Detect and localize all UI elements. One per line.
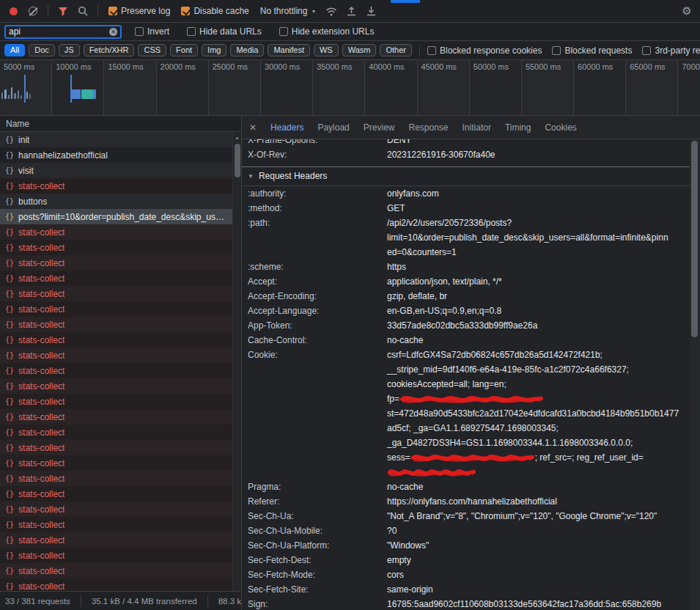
clear-button[interactable] <box>24 2 42 20</box>
type-filter-chip[interactable]: Manifest <box>268 44 310 56</box>
request-row[interactable]: {} visit <box>0 163 232 178</box>
name-column-header[interactable]: Name <box>0 116 241 132</box>
request-row[interactable]: {} init <box>0 132 232 147</box>
type-filter-chip[interactable]: Doc <box>29 44 55 56</box>
header-name: Cache-Control: <box>248 333 387 348</box>
overview-bar <box>8 95 10 99</box>
preserve-log-checkbox[interactable]: Preserve log <box>108 6 170 16</box>
request-row[interactable]: {} buttons <box>0 194 232 209</box>
scroll-up-icon[interactable]: ▲ <box>233 132 241 140</box>
request-row[interactable]: {} stats-collect <box>0 425 232 440</box>
hide-data-urls-label: Hide data URLs <box>199 26 262 37</box>
header-value: ?0 <box>387 523 690 538</box>
type-filter-chip[interactable]: Img <box>202 44 226 56</box>
import-har-icon[interactable] <box>342 2 360 20</box>
request-row[interactable]: {} stats-collect <box>0 578 232 591</box>
detail-tab[interactable]: Payload <box>317 122 349 133</box>
request-row[interactable]: {} stats-collect <box>0 348 232 363</box>
request-row[interactable]: {} stats-collect <box>0 394 232 409</box>
script-icon: {} <box>5 536 14 544</box>
script-icon: {} <box>5 582 14 590</box>
type-filter-chip[interactable]: JS <box>59 44 80 56</box>
request-name: stats-collect <box>18 535 65 545</box>
filter-option-checkbox[interactable]: Blocked response cookies <box>427 45 542 56</box>
timeline-label: 25000 ms <box>213 62 248 71</box>
type-filter-chips: AllDocJSFetch/XHRCSSFontImgMediaManifest… <box>4 44 412 56</box>
close-icon[interactable]: ✕ <box>249 122 257 133</box>
filter-icon[interactable] <box>54 2 72 20</box>
hide-data-urls-checkbox[interactable]: Hide data URLs <box>187 26 262 37</box>
request-row[interactable]: {} stats-collect <box>0 363 232 378</box>
script-icon: {} <box>5 228 14 236</box>
throttling-dropdown[interactable]: No throttling ▼ <box>260 6 317 16</box>
request-row[interactable]: {} stats-collect <box>0 224 232 240</box>
request-row[interactable]: {} stats-collect <box>0 255 232 271</box>
scrollbar-thumb[interactable] <box>235 144 240 177</box>
request-headers-section[interactable]: ▼ Request Headers <box>242 167 690 186</box>
network-filter-box[interactable]: ✕ <box>4 25 122 39</box>
request-name: init <box>18 135 29 145</box>
request-row[interactable]: {} stats-collect <box>0 378 232 394</box>
request-row[interactable]: {} stats-collect <box>0 440 232 455</box>
script-icon: {} <box>5 136 14 144</box>
detail-tab[interactable]: Cookies <box>545 122 576 133</box>
type-filter-chip[interactable]: All <box>4 44 25 56</box>
request-row[interactable]: {} stats-collect <box>0 517 232 532</box>
type-filter-chip[interactable]: CSS <box>138 44 166 56</box>
type-filter-chip[interactable]: Font <box>170 44 198 56</box>
detail-scrollbar[interactable] <box>690 139 700 610</box>
detail-tab[interactable]: Initiator <box>463 122 491 133</box>
request-row[interactable]: {} stats-collect <box>0 240 232 255</box>
type-filter-chip[interactable]: WS <box>314 44 339 56</box>
timeline-label: 35000 ms <box>317 62 352 71</box>
request-row[interactable]: {} stats-collect <box>0 409 232 425</box>
type-filter-chip[interactable]: Fetch/XHR <box>84 44 135 56</box>
request-row[interactable]: {} stats-collect <box>0 532 232 548</box>
request-name: stats-collect <box>18 489 65 499</box>
network-conditions-icon[interactable] <box>323 2 340 20</box>
request-row[interactable]: {} stats-collect <box>0 486 232 501</box>
clear-filter-icon[interactable]: ✕ <box>109 28 117 36</box>
record-button[interactable] <box>4 2 22 20</box>
type-filter-chip[interactable]: Media <box>230 44 264 56</box>
disable-cache-label: Disable cache <box>194 6 248 16</box>
type-filter-chip[interactable]: Other <box>380 44 412 56</box>
search-icon[interactable] <box>74 2 92 20</box>
detail-tab[interactable]: Response <box>408 122 448 133</box>
script-icon: {} <box>5 567 14 575</box>
timeline-overview[interactable]: 5000 ms10000 ms15000 ms20000 ms25000 ms3… <box>0 60 700 116</box>
filter-option-checkbox[interactable]: 3rd-party requests <box>642 45 700 56</box>
network-toolbar: Preserve log Disable cache No throttling… <box>0 0 700 23</box>
request-row[interactable]: {} stats-collect <box>0 471 232 486</box>
header-row: Pragma: no-cache <box>242 479 690 494</box>
request-row[interactable]: {} stats-collect <box>0 563 232 578</box>
disable-cache-checkbox[interactable]: Disable cache <box>181 6 248 16</box>
request-row[interactable]: {} stats-collect <box>0 317 232 332</box>
hide-extension-urls-checkbox[interactable]: Hide extension URLs <box>279 26 375 37</box>
detail-tab[interactable]: Headers <box>270 122 303 133</box>
request-row[interactable]: {} posts?limit=10&order=publish_date_des… <box>0 209 232 224</box>
invert-checkbox[interactable]: Invert <box>135 26 169 37</box>
request-row[interactable]: {} stats-collect <box>0 271 232 286</box>
checkbox-checked-icon <box>108 7 117 15</box>
settings-gear-icon[interactable]: ⚙ <box>678 2 696 20</box>
request-row[interactable]: {} stats-collect <box>0 332 232 348</box>
timeline-label: 65000 ms <box>630 62 665 71</box>
request-row[interactable]: {} stats-collect <box>0 501 232 517</box>
type-filter-chip[interactable]: Wasm <box>342 44 377 56</box>
request-row[interactable]: {} stats-collect <box>0 286 232 301</box>
network-filter-input[interactable] <box>9 26 106 37</box>
request-name: stats-collect <box>18 551 65 561</box>
request-row[interactable]: {} stats-collect <box>0 548 232 563</box>
request-row[interactable]: {} stats-collect <box>0 301 232 317</box>
export-har-icon[interactable] <box>362 2 380 20</box>
detail-tab[interactable]: Preview <box>364 122 395 133</box>
detail-tab[interactable]: Timing <box>505 122 531 133</box>
request-row[interactable]: {} stats-collect <box>0 178 232 194</box>
request-row[interactable]: {} hannahelizabethofficial <box>0 147 232 163</box>
request-list-scrollbar[interactable]: ▲ <box>232 132 241 591</box>
filter-option-checkbox[interactable]: Blocked requests <box>552 45 632 56</box>
request-row[interactable]: {} stats-collect <box>0 455 232 471</box>
scrollbar-thumb[interactable] <box>691 141 698 337</box>
checkbox-unchecked-icon <box>135 27 144 36</box>
